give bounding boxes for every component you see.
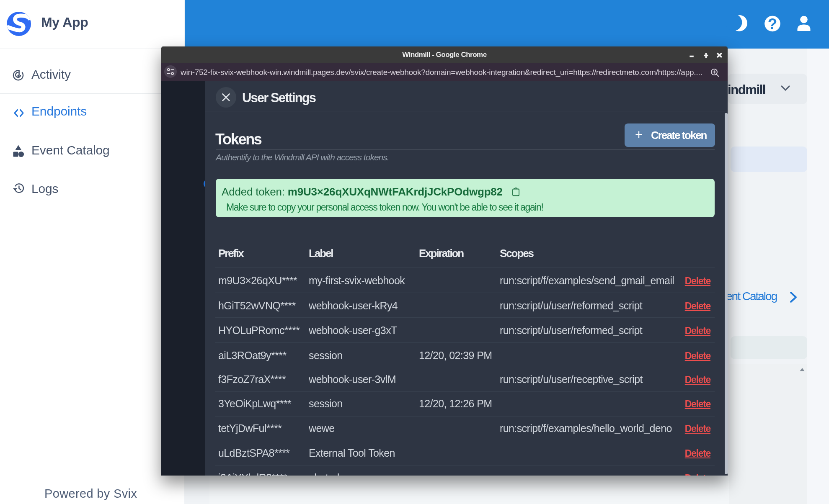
svg-text:?: ? bbox=[768, 15, 777, 33]
